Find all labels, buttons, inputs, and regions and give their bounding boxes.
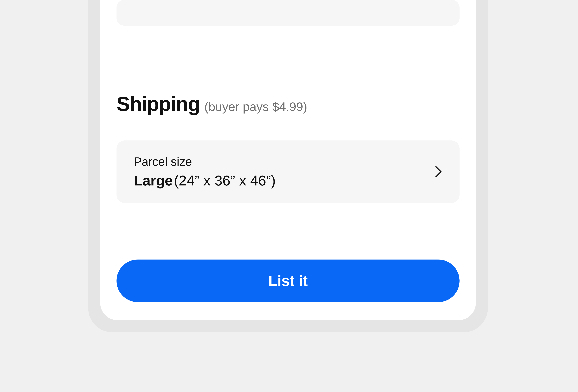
parcel-size-name: Large xyxy=(134,172,173,189)
shipping-subtitle: (buyer pays $4.99) xyxy=(204,100,307,114)
section-divider xyxy=(116,59,460,59)
phone-screen: Shipping (buyer pays $4.99) Parcel size … xyxy=(100,0,476,320)
parcel-size-label: Parcel size xyxy=(134,155,276,169)
parcel-size-dimensions: (24” x 36” x 46”) xyxy=(174,172,276,189)
shipping-section-header: Shipping (buyer pays $4.99) xyxy=(116,92,460,116)
content-area: Shipping (buyer pays $4.99) Parcel size … xyxy=(100,0,476,320)
parcel-size-selector[interactable]: Parcel size Large (24” x 36” x 46”) xyxy=(116,141,460,203)
footer-bar: List it xyxy=(100,248,476,320)
list-it-button[interactable]: List it xyxy=(116,259,460,302)
previous-section-card xyxy=(116,0,460,26)
phone-frame: Shipping (buyer pays $4.99) Parcel size … xyxy=(88,0,488,332)
shipping-title: Shipping xyxy=(116,92,200,116)
parcel-value-row: Large (24” x 36” x 46”) xyxy=(134,172,276,189)
chevron-right-icon xyxy=(435,165,442,178)
parcel-info: Parcel size Large (24” x 36” x 46”) xyxy=(134,155,276,189)
